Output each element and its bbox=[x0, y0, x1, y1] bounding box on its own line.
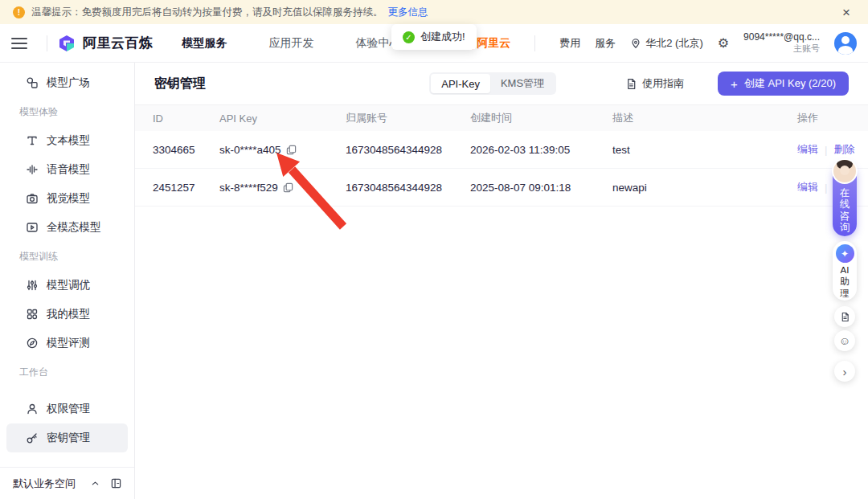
region-selector[interactable]: 华北2 (北京) bbox=[630, 36, 703, 51]
sidebar-item-audio-model[interactable]: 语音模型 bbox=[6, 155, 128, 184]
sidebar-item-label: 模型评测 bbox=[47, 336, 90, 350]
bailian-logo-icon bbox=[57, 34, 76, 53]
ai-assistant-label: AI助理 bbox=[833, 264, 857, 299]
sidebar-section-workbench: 工作台 bbox=[0, 358, 134, 387]
collapse-fab-button[interactable]: › bbox=[834, 361, 855, 382]
brand-name: 阿里云百炼 bbox=[83, 34, 154, 52]
cell-created: 2026-02-03 11:39:05 bbox=[470, 144, 612, 156]
key-icon bbox=[26, 432, 39, 444]
sidebar-item-label: 权限管理 bbox=[47, 402, 90, 416]
col-id: ID bbox=[153, 112, 219, 125]
divider: | bbox=[825, 182, 827, 194]
sidebar-item-model-plaza[interactable]: 模型广场 bbox=[6, 68, 128, 97]
nav-item-model-service[interactable]: 模型服务 bbox=[182, 36, 227, 51]
megaphone-icon: ! bbox=[13, 6, 25, 18]
divider: | bbox=[825, 144, 827, 156]
cell-api-key: sk-8****f529 bbox=[219, 182, 278, 194]
col-description: 描述 bbox=[612, 111, 797, 125]
cell-created: 2025-08-07 09:01:18 bbox=[470, 182, 612, 194]
feedback-fab-button[interactable]: ☺ bbox=[834, 330, 855, 351]
col-api-key: API Key bbox=[219, 112, 346, 125]
sidebar-item-omni-model[interactable]: 全模态模型 bbox=[6, 213, 128, 242]
more-info-link[interactable]: 更多信息 bbox=[388, 6, 428, 19]
person-icon bbox=[26, 403, 39, 415]
location-pin-icon bbox=[630, 38, 641, 49]
main-content: 密钥管理 API-Key KMS管理 使用指南 + 创建 API Key (2/… bbox=[135, 63, 868, 499]
gear-icon[interactable]: ⚙ bbox=[718, 35, 729, 51]
online-support-widget[interactable]: 在线咨询 bbox=[833, 162, 857, 236]
sidebar-item-label: 密钥管理 bbox=[47, 431, 90, 445]
create-api-key-label: 创建 API Key (2/20) bbox=[744, 76, 836, 91]
copy-icon[interactable] bbox=[286, 145, 297, 155]
workspace-name: 默认业务空间 bbox=[13, 477, 76, 491]
col-actions: 操作 bbox=[797, 111, 868, 125]
sidebar-item-text-model[interactable]: 文本模型 bbox=[6, 126, 128, 155]
sidebar-item-my-models[interactable]: 我的模型 bbox=[6, 300, 128, 329]
tab-group: API-Key KMS管理 bbox=[429, 72, 556, 95]
cell-id: 2451257 bbox=[153, 182, 219, 194]
plus-icon: + bbox=[731, 77, 738, 91]
copy-icon[interactable] bbox=[283, 182, 293, 193]
online-support-label: 在线咨询 bbox=[833, 187, 857, 234]
page-header: 密钥管理 API-Key KMS管理 使用指南 + 创建 API Key (2/… bbox=[135, 63, 868, 105]
divider bbox=[47, 35, 47, 51]
account-email: 9094*****@qq.c... bbox=[743, 31, 820, 43]
col-owner-account: 归属账号 bbox=[346, 111, 470, 125]
sidebar-item-label: 全模态模型 bbox=[47, 220, 101, 235]
billing-link[interactable]: 费用 bbox=[559, 36, 580, 51]
aliyun-logo-text: 阿里云 bbox=[477, 36, 510, 51]
cell-owner: 1673048564344928 bbox=[346, 144, 470, 156]
sidebar-item-vision-model[interactable]: 视觉模型 bbox=[6, 184, 128, 213]
audio-icon bbox=[26, 163, 39, 176]
chevron-up-icon[interactable] bbox=[91, 479, 100, 488]
edit-link[interactable]: 编辑 bbox=[797, 142, 818, 157]
sidebar-item-label: 视觉模型 bbox=[47, 191, 90, 206]
divider bbox=[534, 35, 535, 51]
sidebar: 模型广场 模型体验 文本模型 语音模型 视觉模型 全模态模型 模型训练 模型调优… bbox=[0, 63, 135, 499]
brand-logo[interactable]: 阿里云百炼 bbox=[57, 34, 154, 53]
sidebar-section-model-experience: 模型体验 bbox=[0, 97, 134, 126]
notice-bar: ! 温馨提示：免费额度用完后将自动转为按量付费，请及时充值以保障服务持续。 更多… bbox=[0, 0, 868, 24]
account-type: 主账号 bbox=[743, 43, 820, 55]
col-created-time: 创建时间 bbox=[470, 111, 612, 125]
tab-api-key[interactable]: API-Key bbox=[431, 74, 490, 93]
workspace-panel-icon[interactable] bbox=[111, 478, 121, 489]
cell-owner: 1673048564344928 bbox=[346, 182, 470, 194]
chevron-right-icon: › bbox=[843, 365, 847, 378]
grid-icon bbox=[26, 308, 39, 321]
compass-icon bbox=[26, 337, 39, 350]
support-agent-avatar bbox=[832, 158, 858, 184]
tab-kms[interactable]: KMS管理 bbox=[490, 74, 555, 93]
table-header: ID API Key 归属账号 创建时间 描述 操作 bbox=[135, 105, 868, 131]
sidebar-item-model-tuning[interactable]: 模型调优 bbox=[6, 271, 128, 300]
region-label: 华北2 (北京) bbox=[645, 36, 703, 51]
ai-assistant-widget[interactable]: ✦ AI助理 bbox=[833, 241, 857, 301]
services-link[interactable]: 服务 bbox=[595, 36, 616, 51]
sidebar-item-label: 文本模型 bbox=[47, 133, 90, 148]
success-toast: ✓ 创建成功! bbox=[391, 24, 477, 50]
cell-api-key: sk-0****a405 bbox=[219, 144, 281, 156]
delete-link[interactable]: 删除 bbox=[833, 142, 854, 157]
create-api-key-button[interactable]: + 创建 API Key (2/20) bbox=[718, 72, 849, 96]
sidebar-item-api-keys[interactable]: 密钥管理 bbox=[6, 423, 128, 452]
docs-fab-button[interactable] bbox=[834, 306, 855, 327]
sidebar-item-permissions[interactable]: 权限管理 bbox=[6, 395, 128, 423]
close-icon[interactable]: × bbox=[837, 6, 855, 19]
hamburger-menu-icon[interactable] bbox=[11, 38, 27, 49]
sidebar-item-model-eval[interactable]: 模型评测 bbox=[6, 329, 128, 358]
page-title: 密钥管理 bbox=[154, 76, 206, 92]
camera-icon bbox=[26, 192, 39, 205]
shapes-icon bbox=[26, 76, 39, 89]
notice-text: 温馨提示：免费额度用完后将自动转为按量付费，请及时充值以保障服务持续。 bbox=[31, 6, 383, 19]
sidebar-item-label: 我的模型 bbox=[47, 307, 90, 321]
document-icon bbox=[840, 312, 850, 322]
check-circle-icon: ✓ bbox=[403, 31, 415, 43]
edit-link[interactable]: 编辑 bbox=[797, 180, 818, 194]
cell-description: test bbox=[612, 144, 797, 156]
toast-text: 创建成功! bbox=[420, 30, 465, 44]
usage-guide-link[interactable]: 使用指南 bbox=[625, 76, 684, 91]
nav-item-app-dev[interactable]: 应用开发 bbox=[269, 36, 314, 51]
account-info[interactable]: 9094*****@qq.c... 主账号 bbox=[743, 31, 820, 55]
omni-icon bbox=[26, 221, 39, 234]
avatar[interactable] bbox=[834, 32, 857, 55]
